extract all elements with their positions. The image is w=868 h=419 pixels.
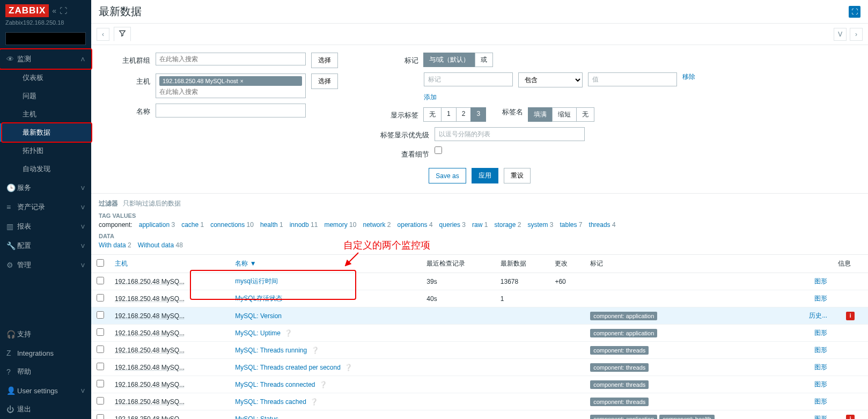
sidebar-item-discovery[interactable]: 自动发现 — [0, 160, 91, 178]
filter-tab[interactable] — [114, 27, 131, 41]
sidebar-item-hosts[interactable]: 主机 — [0, 105, 91, 123]
sidebar-item-user-settings[interactable]: 👤User settingsᐯ — [0, 381, 91, 400]
item-name-link[interactable]: MySQL: Threads cached — [235, 398, 306, 406]
tag-link[interactable]: cache — [181, 221, 198, 229]
tag-name-input[interactable] — [424, 72, 513, 86]
host-link[interactable]: 192.168.250.48 MySQ... — [115, 278, 185, 285]
row-checkbox[interactable] — [97, 277, 104, 284]
hostgroups-input[interactable] — [156, 53, 306, 65]
tag-link[interactable]: operations — [398, 221, 428, 229]
sidebar-item-reports[interactable]: ▥报表ᐯ — [0, 217, 91, 236]
tag-link[interactable]: raw — [472, 221, 482, 229]
tag-value-input[interactable] — [588, 72, 677, 86]
sidebar-item-problems[interactable]: 问题 — [0, 87, 91, 105]
item-name-link[interactable]: MySQL: Version — [235, 312, 282, 320]
chevron-down-icon[interactable]: ᐯ — [834, 28, 847, 41]
item-name-link[interactable]: MySQL: Threads connected — [235, 381, 315, 388]
tag-link[interactable]: application — [139, 221, 170, 229]
graph-link[interactable]: 图形 — [814, 277, 827, 285]
row-checkbox[interactable] — [97, 328, 104, 336]
row-checkbox[interactable] — [97, 294, 104, 302]
search-input[interactable] — [6, 33, 93, 45]
tag-link[interactable]: health — [260, 221, 278, 229]
row-checkbox[interactable] — [97, 414, 104, 419]
sidebar-item-maps[interactable]: 拓扑图 — [0, 142, 91, 160]
item-name-link[interactable]: MySQL: Uptime — [235, 329, 281, 337]
save-as-button[interactable]: Save as — [429, 168, 466, 183]
with-data-link[interactable]: With data — [99, 241, 126, 249]
sidebar-item-support[interactable]: 🎧支持 — [0, 325, 91, 344]
tag-eval-group[interactable]: 与/或（默认） 或 — [424, 53, 493, 67]
or-button[interactable]: 或 — [475, 53, 493, 67]
sidebar-item-config[interactable]: 🔧配置ᐯ — [0, 236, 91, 255]
row-checkbox[interactable] — [97, 346, 104, 353]
sidebar-item-inventory[interactable]: ≡资产记录ᐯ — [0, 197, 91, 217]
sidebar-item-logout[interactable]: ⏻退出 — [0, 400, 91, 419]
col-name[interactable]: 名称 ▼ — [230, 255, 421, 273]
error-badge[interactable]: i — [846, 415, 855, 420]
host-link[interactable]: 192.168.250.48 MySQ... — [115, 329, 185, 337]
tag-link[interactable]: system — [527, 221, 548, 229]
name-input[interactable] — [156, 104, 306, 117]
hosts-select-button[interactable]: 选择 — [311, 73, 338, 89]
scroll-right-icon[interactable]: › — [850, 28, 863, 41]
tag-link[interactable]: tables — [560, 221, 577, 229]
info-icon[interactable]: ❔ — [344, 364, 352, 371]
tag-priority-input[interactable] — [435, 127, 585, 141]
error-badge[interactable]: i — [846, 312, 855, 320]
fullscreen-icon[interactable]: ⛶ — [60, 6, 67, 15]
graph-link[interactable]: 图形 — [814, 329, 827, 336]
sidebar-item-help[interactable]: ?帮助 — [0, 362, 91, 381]
show-details-checkbox[interactable] — [435, 146, 442, 154]
graph-link[interactable]: 历史... — [809, 312, 827, 319]
info-icon[interactable]: ❔ — [311, 347, 319, 354]
host-link[interactable]: 192.168.250.48 MySQ... — [115, 364, 185, 371]
hostgroups-select-button[interactable]: 选择 — [311, 53, 338, 68]
col-host[interactable]: 主机 — [109, 255, 230, 273]
sidebar-item-services[interactable]: 🕒服务ᐯ — [0, 178, 91, 197]
info-icon[interactable]: ❔ — [284, 329, 292, 337]
host-link[interactable]: 192.168.250.48 MySQ... — [115, 347, 185, 354]
remove-chip-icon[interactable]: × — [240, 78, 244, 84]
graph-link[interactable]: 图形 — [814, 415, 827, 419]
tag-link[interactable]: connections — [210, 221, 245, 229]
item-name-link[interactable]: MySQL: Threads running — [235, 347, 307, 354]
without-data-link[interactable]: Without data — [138, 241, 174, 249]
sidebar-item-latest-data[interactable]: 最新数据 — [0, 123, 91, 142]
expand-icon[interactable]: ⛶ — [849, 6, 860, 18]
reset-button[interactable]: 重设 — [504, 168, 531, 183]
tag-link[interactable]: memory — [324, 221, 347, 229]
select-all-checkbox[interactable] — [97, 259, 104, 267]
host-link[interactable]: 192.168.250.48 MySQ... — [115, 295, 185, 303]
graph-link[interactable]: 图形 — [814, 295, 827, 302]
tagname-group[interactable]: 填满 缩短 无 — [528, 107, 594, 122]
andor-button[interactable]: 与/或（默认） — [423, 53, 475, 67]
graph-link[interactable]: 图形 — [814, 363, 827, 371]
sidebar-item-dashboard[interactable]: 仪表板 — [0, 69, 91, 87]
graph-link[interactable]: 图形 — [814, 398, 827, 405]
scroll-left-icon[interactable]: ‹ — [97, 28, 109, 41]
row-checkbox[interactable] — [97, 363, 104, 370]
host-link[interactable]: 192.168.250.48 MySQ... — [115, 381, 185, 388]
row-checkbox[interactable] — [97, 311, 104, 319]
apply-button[interactable]: 应用 — [472, 168, 498, 183]
item-name-link[interactable]: MySQL存活状态 — [235, 295, 282, 302]
sidebar-item-integrations[interactable]: ZIntegrations — [0, 344, 91, 362]
sidebar-item-monitoring[interactable]: 👁 监测 ᐱ — [0, 49, 91, 69]
collapse-icon[interactable]: « — [52, 6, 56, 15]
tag-operator-select[interactable]: 包含 — [518, 72, 583, 87]
tag-link[interactable]: queries — [439, 221, 460, 229]
info-icon[interactable]: ❔ — [310, 398, 318, 406]
sidebar-search[interactable]: 🔍 — [5, 32, 86, 45]
sidebar-item-admin[interactable]: ⚙管理ᐯ — [0, 255, 91, 275]
graph-link[interactable]: 图形 — [814, 346, 827, 354]
graph-link[interactable]: 图形 — [814, 380, 827, 388]
host-link[interactable]: 192.168.250.48 MySQ... — [115, 415, 185, 420]
show-tags-group[interactable]: 无 1 2 3 — [424, 107, 486, 122]
tag-link[interactable]: innodb — [290, 221, 309, 229]
hosts-input[interactable]: 192.168.250.48 MySQL-host× — [156, 73, 306, 98]
row-checkbox[interactable] — [97, 380, 104, 387]
row-checkbox[interactable] — [97, 397, 104, 405]
item-name-link[interactable]: MySQL: Threads created per second — [235, 364, 341, 371]
host-link[interactable]: 192.168.250.48 MySQ... — [115, 398, 185, 406]
